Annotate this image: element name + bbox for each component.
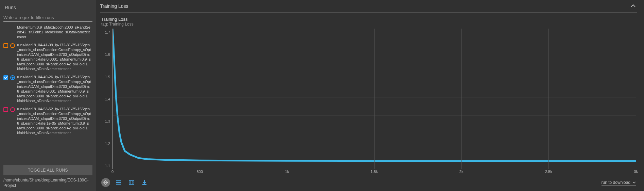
runs-title: Runs — [3, 0, 92, 13]
run-item[interactable]: runs/Mar18_04-53-52_ip-172-31-25-155gcn_… — [3, 105, 91, 137]
run-label: Momentum:0.9_sMaxEpoch:2000_sRandSeed:42… — [17, 25, 91, 39]
chart-tag: tag: Training Loss — [101, 22, 636, 27]
runs-list[interactable]: Momentum:0.9_sMaxEpoch:2000_sRandSeed:42… — [3, 25, 92, 163]
project-path: /home/ubuntu/Share/deepLearning/ECS-189G… — [3, 175, 92, 191]
dropdown-icon — [632, 181, 636, 184]
run-item[interactable]: runs/Mar18_04-49-26_ip-172-31-25-155gcn_… — [3, 73, 91, 105]
chart-section-title: Training Loss — [100, 3, 128, 9]
x-axis: 05001k1.5k2k2.5k3k — [112, 170, 636, 176]
chart-card: Training Loss tag: Training Loss 1.71.61… — [100, 13, 637, 191]
toggle-all-runs-button[interactable]: TOGGLE ALL RUNS — [3, 165, 92, 175]
download-icon[interactable] — [140, 178, 149, 187]
list-icon[interactable] — [114, 178, 123, 187]
run-checkbox[interactable] — [3, 107, 8, 112]
y-axis: 1.71.61.51.41.31.21.1 — [101, 29, 112, 176]
run-checkbox[interactable] — [3, 75, 8, 80]
fullscreen-icon[interactable] — [127, 178, 136, 187]
run-label: runs/Mar18_04-53-52_ip-172-31-25-155gcn_… — [17, 107, 91, 135]
run-download-select[interactable]: run to download — [602, 179, 636, 186]
runs-filter-input[interactable] — [3, 14, 92, 22]
run-radio[interactable] — [10, 43, 15, 48]
run-label: runs/Mar18_04-49-26_ip-172-31-25-155gcn_… — [17, 75, 91, 103]
chart-footer: run to download — [101, 176, 636, 190]
reset-zoom-icon[interactable] — [101, 178, 110, 187]
run-checkbox[interactable] — [3, 43, 8, 48]
chart-title: Training Loss — [101, 17, 636, 22]
run-item[interactable]: Momentum:0.9_sMaxEpoch:2000_sRandSeed:42… — [3, 25, 91, 41]
plot-region[interactable]: 05001k1.5k2k2.5k3k — [112, 29, 636, 169]
chart-header: Training Loss — [100, 0, 637, 13]
chart-toolbar — [101, 178, 149, 187]
main-panel: Training Loss Training Loss tag: Trainin… — [96, 0, 644, 191]
chart-plot-area: 1.71.61.51.41.31.21.1 05001k1.5k2k2.5k3k — [101, 29, 636, 176]
sidebar: Runs Momentum:0.9_sMaxEpoch:2000_sRandSe… — [0, 0, 96, 191]
run-download-label: run to download — [602, 180, 630, 185]
run-radio[interactable] — [10, 107, 15, 112]
run-label: runs/Mar18_04-41-09_ip-172-31-25-155gcn_… — [17, 43, 91, 71]
run-radio[interactable] — [10, 75, 15, 80]
run-item[interactable]: runs/Mar18_04-41-09_ip-172-31-25-155gcn_… — [3, 41, 91, 73]
collapse-icon[interactable] — [629, 2, 637, 10]
